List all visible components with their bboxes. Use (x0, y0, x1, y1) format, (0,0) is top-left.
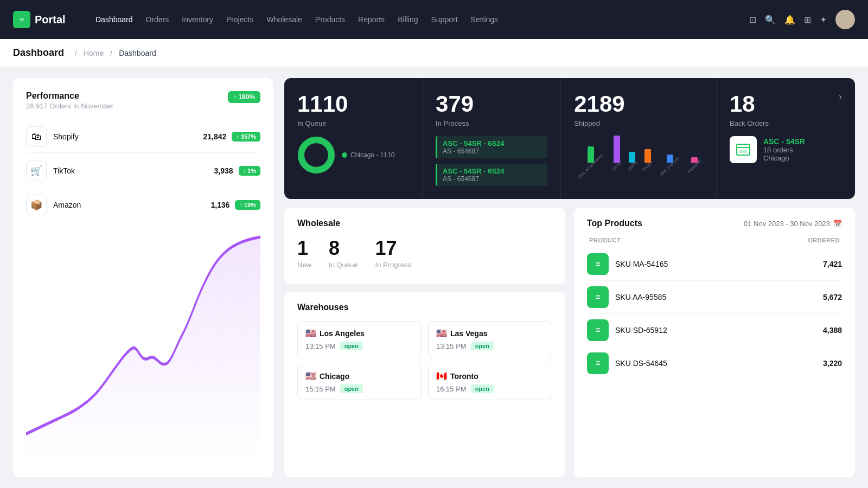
shipped-number: 2189 (574, 91, 703, 117)
queue-number: 1110 (297, 91, 409, 117)
tp-rows: ≡ SKU MA-54165 7,421 ≡ SKU AA-95585 5,67… (587, 248, 842, 380)
backorder-location: Chicago (763, 154, 805, 162)
la-status: open (340, 342, 363, 350)
tiktok-badge: ↑ 1% (239, 166, 260, 176)
bell-icon[interactable]: 🔔 (784, 15, 795, 25)
logo-icon: ≡ (13, 11, 30, 28)
lv-time: 13:15 PM (436, 342, 467, 350)
ws-progress-label: In Progress (375, 261, 411, 269)
ws-queue: 8 In Queue (329, 237, 358, 269)
nav-links: Dashboard Orders Inventory Projects Whol… (95, 13, 732, 26)
tp-icon-1: ≡ (587, 253, 609, 275)
nav-wholesale[interactable]: Wholesale (266, 13, 302, 26)
tor-flag: 🇨🇦 (436, 371, 447, 381)
breadcrumb-current: Dashboard (119, 49, 156, 57)
nav-orders[interactable]: Orders (146, 13, 169, 26)
warehouse-chicago: 🇺🇸 Chicago 15:15 PM open (297, 364, 422, 400)
warehouses-panel: Warehouses 🇺🇸 Los Angeles 13:15 PM open (284, 292, 565, 477)
la-flag: 🇺🇸 (305, 328, 316, 338)
chi-status: open (340, 384, 363, 393)
tp-count-1: 7,421 (823, 260, 842, 268)
nav-projects[interactable]: Projects (226, 13, 254, 26)
chevron-right-icon[interactable]: › (839, 91, 842, 102)
wholesale-stats: 1 New 8 In Queue 17 In Progress (297, 237, 552, 269)
breadcrumb-sep2: / (110, 49, 112, 57)
breadcrumb-bar: Dashboard / Home / Dashboard (0, 39, 868, 67)
tiktok-icon: 🛒 (26, 160, 47, 181)
amazon-name: Amazon (53, 201, 81, 209)
ws-queue-num: 8 (329, 237, 358, 260)
asc-sku-1: ASC - 54SR - 6S24 (443, 139, 542, 147)
nav-products[interactable]: Products (315, 13, 345, 26)
breadcrumb-sep: / (75, 49, 77, 57)
performance-title: Performance (26, 91, 113, 101)
warehouse-grid: 🇺🇸 Los Angeles 13:15 PM open 🇺🇸 (297, 321, 552, 400)
calendar-icon[interactable]: 📅 (833, 220, 842, 228)
asc-as-2: AS - 654687 (443, 175, 542, 183)
tp-icon-4: ≡ (587, 352, 609, 374)
inbox-icon[interactable]: ⊡ (749, 15, 756, 25)
stat-in-process: 379 In Process ASC - 54SR - 6S24 AS - 65… (423, 78, 561, 199)
shopify-badge: ↑ 357% (232, 132, 260, 142)
tp-row-3: ≡ SKU SD-65912 4,388 (587, 314, 842, 347)
tp-icon-3: ≡ (587, 319, 609, 341)
bar-dhl-express: DHL Express (657, 155, 682, 169)
app-name: Portal (35, 14, 66, 26)
shopify-count: 21,842 (203, 132, 226, 141)
tp-row-2: ≡ SKU AA-95585 5,672 (587, 281, 842, 314)
nav-billing[interactable]: Billing (398, 13, 418, 26)
bar-fedex: FedEx (641, 149, 654, 169)
tp-sku-1: SKU MA-54165 (615, 260, 668, 268)
theme-icon[interactable]: ✦ (820, 15, 827, 25)
main-content: Performance 26,917 Orders In November ↑ … (0, 67, 868, 488)
channel-shopify: 🛍 Shopify 21,842 ↑ 357% (26, 121, 260, 153)
breadcrumb-home[interactable]: Home (84, 49, 104, 57)
chi-time: 15:15 PM (305, 385, 336, 393)
backorder-number: 18 (730, 91, 769, 117)
grid-icon[interactable]: ⊞ (804, 15, 811, 25)
stat-back-orders: 18 Back Orders › ASC - 54SR 18 orders Ch… (717, 78, 855, 199)
chi-flag: 🇺🇸 (305, 371, 316, 381)
tp-row-1: ≡ SKU MA-54165 7,421 (587, 248, 842, 281)
ws-new: 1 New (297, 237, 311, 269)
asc-as-1: AS - 654687 (443, 147, 542, 155)
nav-reports[interactable]: Reports (358, 13, 385, 26)
search-icon[interactable]: 🔍 (765, 15, 776, 25)
logo[interactable]: ≡ Portal (13, 11, 78, 28)
nav-dashboard[interactable]: Dashboard (95, 13, 133, 26)
backorder-sku: ASC - 54SR (763, 137, 805, 146)
tp-count-4: 3,220 (823, 359, 842, 368)
tp-row-4: ≡ SKU DS-54645 3,220 (587, 347, 842, 380)
tp-columns: PRODUCT ORDERED (587, 237, 842, 243)
asc-sku-2: ASC - 54SR - 6S24 (443, 167, 542, 175)
shopify-name: Shopify (53, 132, 79, 141)
queue-legend: Chicago - 1110 (342, 151, 394, 159)
queue-donut: Chicago - 1110 (297, 136, 409, 174)
stat-in-queue: 1110 In Queue Chicago - 1110 (284, 78, 423, 199)
nav-actions: ⊡ 🔍 🔔 ⊞ ✦ (749, 10, 855, 29)
tor-time: 16:15 PM (436, 385, 467, 393)
lv-name: Las Vegas (450, 329, 488, 338)
shipped-label: Shipped (574, 119, 703, 127)
ws-queue-label: In Queue (329, 261, 358, 269)
performance-panel: Performance 26,917 Orders In November ↑ … (13, 78, 273, 477)
amazon-count: 1,136 (210, 201, 229, 209)
col-product: PRODUCT (589, 237, 621, 243)
navbar: ≡ Portal Dashboard Orders Inventory Proj… (0, 0, 868, 39)
stat-shipped: 2189 Shipped DHL eCommerce TikTok USPS (561, 78, 717, 199)
tp-date: 01 Nov 2023 - 30 Nov 2023 📅 (744, 220, 842, 228)
nav-support[interactable]: Support (431, 13, 457, 26)
asc-row-1: ASC - 54SR - 6S24 AS - 654687 (436, 136, 547, 158)
nav-inventory[interactable]: Inventory (182, 13, 213, 26)
tor-status: open (471, 384, 494, 393)
performance-subtitle: 26,917 Orders In November (26, 102, 113, 110)
bar-passport: Passport (686, 157, 703, 169)
nav-settings[interactable]: Settings (471, 13, 499, 26)
avatar[interactable] (835, 10, 855, 29)
tp-icon-2: ≡ (587, 286, 609, 308)
bar-dhl-ecommerce: DHL eCommerce (574, 146, 608, 169)
queue-label: In Queue (297, 119, 409, 127)
tp-sku-3: SKU SD-65912 (615, 326, 667, 335)
process-label: In Process (436, 119, 547, 127)
ws-new-num: 1 (297, 237, 311, 260)
